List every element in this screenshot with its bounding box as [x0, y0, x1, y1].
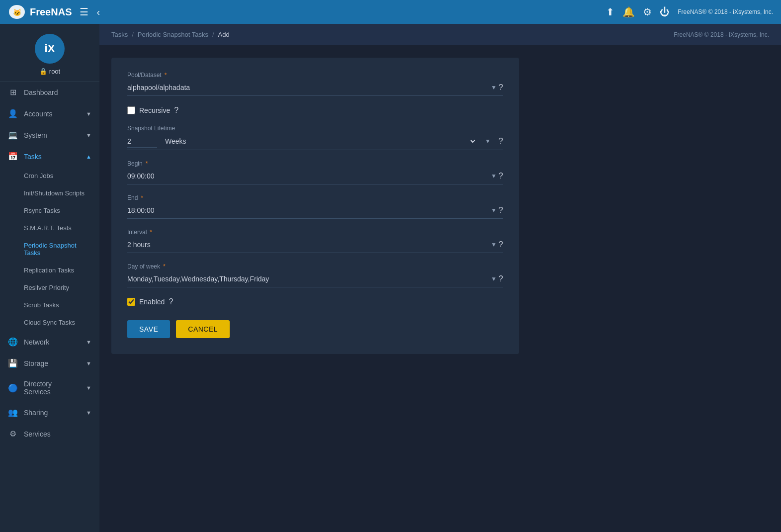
end-label: End * — [127, 194, 503, 201]
recursive-field: Recursive ? — [127, 106, 503, 115]
sidebar-item-dashboard[interactable]: ⊞ Dashboard — [0, 82, 99, 103]
day-of-week-input[interactable] — [127, 273, 489, 285]
sidebar-item-periodic-snapshot[interactable]: Periodic Snapshot Tasks — [0, 237, 99, 262]
end-input-row: ▼ ? — [127, 204, 503, 219]
sidebar-item-cron-jobs[interactable]: Cron Jobs — [0, 167, 99, 184]
dashboard-icon: ⊞ — [8, 88, 18, 97]
breadcrumb-sep2: / — [212, 31, 214, 38]
sidebar-item-sharing[interactable]: 👥 Sharing ▼ — [0, 402, 99, 423]
snapshot-lifetime-dropdown-icon[interactable]: ▼ — [483, 138, 493, 145]
system-icon: 💻 — [8, 130, 18, 140]
snapshot-lifetime-number-input[interactable] — [127, 135, 157, 148]
sidebar-item-label: Services — [24, 430, 51, 438]
day-of-week-field: Day of week * ▼ ? — [127, 263, 503, 287]
sidebar-item-label: Network — [24, 338, 49, 346]
power-icon[interactable]: ⏻ — [660, 6, 670, 18]
content-area: Tasks / Periodic Snapshot Tasks / Add Fr… — [99, 24, 781, 532]
begin-input[interactable] — [127, 170, 489, 182]
chevron-down-icon: ▼ — [86, 385, 91, 391]
main-layout: iX 🔒 root ⊞ Dashboard 👤 Accounts ▼ 💻 Sys… — [0, 24, 781, 532]
enabled-label[interactable]: Enabled — [139, 298, 165, 306]
sidebar-item-init-shutdown[interactable]: Init/Shutdown Scripts — [0, 184, 99, 202]
end-dropdown-icon[interactable]: ▼ — [489, 207, 499, 214]
interval-help-icon[interactable]: ? — [499, 240, 503, 249]
settings-icon[interactable]: ⚙ — [643, 6, 652, 18]
interval-input[interactable] — [127, 239, 489, 251]
form-card: Pool/Dataset * ▼ ? Recursive ? — [111, 58, 519, 354]
sidebar-item-directory-services[interactable]: 🔵 Directory Services ▼ — [0, 374, 99, 402]
day-of-week-label: Day of week * — [127, 263, 503, 270]
sidebar-item-smart-tests[interactable]: S.M.A.R.T. Tests — [0, 219, 99, 237]
recursive-checkbox[interactable] — [127, 106, 135, 114]
freenas-logo-icon: 🐱 — [8, 3, 26, 21]
chevron-down-icon: ▼ — [86, 339, 91, 345]
enabled-field: Enabled ? — [127, 297, 503, 306]
pool-dataset-help-icon[interactable]: ? — [499, 83, 503, 92]
chevron-down-icon: ▼ — [86, 410, 91, 416]
topbar: 🐱 FreeNAS ☰ ‹ ⬆ 🔔 ⚙ ⏻ FreeNAS® © 2018 - … — [0, 0, 781, 24]
pool-dataset-dropdown-icon[interactable]: ▼ — [489, 84, 499, 91]
breadcrumb-periodic[interactable]: Periodic Snapshot Tasks — [138, 31, 208, 38]
sidebar-item-cloud-sync[interactable]: Cloud Sync Tasks — [0, 314, 99, 331]
sidebar-item-label: System — [24, 131, 47, 139]
sidebar-item-scrub-tasks[interactable]: Scrub Tasks — [0, 296, 99, 314]
breadcrumb-current: Add — [218, 31, 230, 38]
breadcrumb-sep1: / — [132, 31, 134, 38]
interval-input-row: ▼ ? — [127, 239, 503, 253]
end-field: End * ▼ ? — [127, 194, 503, 219]
pool-dataset-field: Pool/Dataset * ▼ ? — [127, 72, 503, 96]
save-button[interactable]: SAVE — [127, 320, 170, 338]
sidebar-item-label: Tasks — [24, 153, 42, 161]
enabled-checkbox[interactable] — [127, 298, 135, 306]
sidebar-item-system[interactable]: 💻 System ▼ — [0, 124, 99, 146]
chevron-down-icon: ▼ — [86, 111, 91, 117]
cancel-button[interactable]: CANCEL — [176, 320, 230, 338]
chevron-up-icon: ▲ — [86, 154, 91, 160]
network-icon: 🌐 — [8, 337, 18, 347]
upload-icon[interactable]: ⬆ — [606, 6, 614, 18]
breadcrumb: Tasks / Periodic Snapshot Tasks / Add Fr… — [99, 24, 781, 46]
hamburger-icon[interactable]: ☰ — [80, 6, 88, 18]
sidebar-item-replication-tasks[interactable]: Replication Tasks — [0, 262, 99, 279]
sidebar-item-services[interactable]: ⚙ Services — [0, 423, 99, 444]
interval-label: Interval * — [127, 229, 503, 236]
sidebar-item-storage[interactable]: 💾 Storage ▼ — [0, 353, 99, 374]
svg-text:🐱: 🐱 — [13, 8, 22, 17]
breadcrumb-tasks[interactable]: Tasks — [111, 31, 128, 38]
chevron-down-icon: ▼ — [86, 132, 91, 138]
sidebar-item-rsync-tasks[interactable]: Rsync Tasks — [0, 202, 99, 219]
snapshot-lifetime-help-icon[interactable]: ? — [499, 137, 503, 146]
snapshot-lifetime-unit-select[interactable]: Weeks Days Hours Minutes — [163, 135, 477, 148]
sidebar-item-resilver-priority[interactable]: Resilver Priority — [0, 279, 99, 296]
form-actions: SAVE CANCEL — [127, 320, 503, 338]
snapshot-lifetime-field: Snapshot Lifetime Weeks Days Hours Minut… — [127, 125, 503, 150]
bell-icon[interactable]: 🔔 — [622, 6, 635, 18]
topbar-left: 🐱 FreeNAS ☰ ‹ — [8, 3, 100, 21]
lock-icon: 🔒 — [39, 68, 47, 75]
tasks-icon: 📅 — [8, 152, 18, 161]
topbar-actions: ⬆ 🔔 ⚙ ⏻ FreeNAS® © 2018 - iXsystems, Inc… — [606, 6, 773, 18]
day-of-week-dropdown-icon[interactable]: ▼ — [489, 275, 499, 282]
begin-help-icon[interactable]: ? — [499, 172, 503, 180]
day-of-week-help-icon[interactable]: ? — [499, 274, 503, 283]
services-icon: ⚙ — [8, 429, 18, 439]
copyright-breadcrumb: FreeNAS® © 2018 - iXsystems, Inc. — [674, 31, 769, 38]
recursive-label[interactable]: Recursive — [139, 106, 170, 114]
end-input[interactable] — [127, 204, 489, 216]
logo-text: FreeNAS — [30, 6, 72, 18]
begin-dropdown-icon[interactable]: ▼ — [489, 173, 499, 179]
pool-dataset-input[interactable] — [127, 82, 489, 93]
sidebar-item-label: Dashboard — [24, 89, 58, 96]
recursive-help-icon[interactable]: ? — [174, 106, 178, 115]
interval-dropdown-icon[interactable]: ▼ — [489, 241, 499, 248]
enabled-help-icon[interactable]: ? — [169, 297, 173, 306]
sidebar-item-tasks[interactable]: 📅 Tasks ▲ — [0, 146, 99, 167]
logo: 🐱 FreeNAS — [8, 3, 72, 21]
sidebar-item-accounts[interactable]: 👤 Accounts ▼ — [0, 103, 99, 124]
sidebar-item-network[interactable]: 🌐 Network ▼ — [0, 331, 99, 353]
back-icon[interactable]: ‹ — [96, 6, 100, 18]
pool-dataset-input-row: ▼ ? — [127, 82, 503, 96]
sidebar-item-label: Storage — [24, 359, 48, 367]
end-help-icon[interactable]: ? — [499, 206, 503, 215]
sidebar-item-label: Sharing — [24, 409, 48, 417]
